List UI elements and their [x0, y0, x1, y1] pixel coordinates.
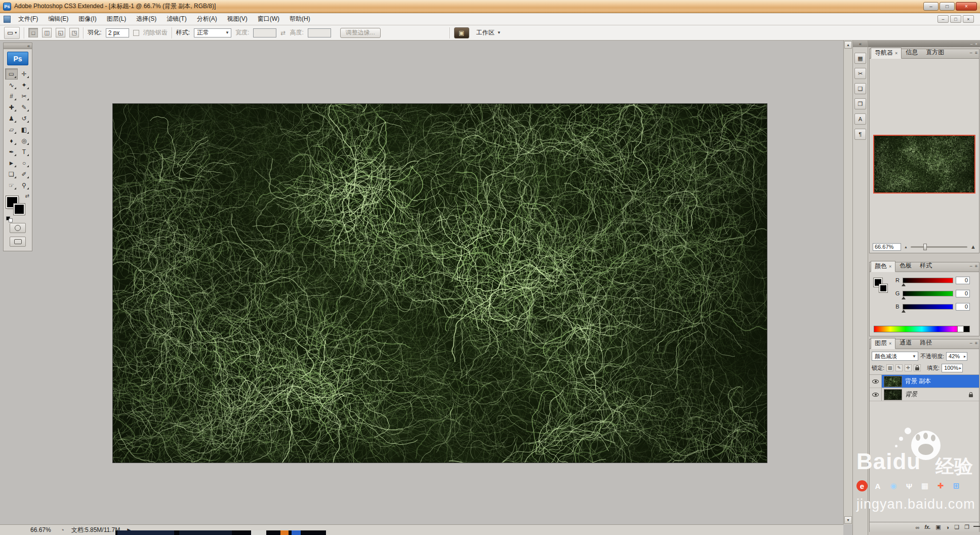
- layer-style-icon[interactable]: fx.: [925, 524, 931, 530]
- healing-brush-tool[interactable]: ✚: [5, 102, 18, 113]
- menu-view[interactable]: 视图(V): [222, 13, 253, 25]
- slider-thumb[interactable]: [902, 296, 906, 299]
- tab-paths[interactable]: 路径: [916, 337, 936, 349]
- go-to-bridge-button[interactable]: ▣: [454, 27, 469, 39]
- lock-all-icon[interactable]: [914, 364, 921, 371]
- scissors-icon[interactable]: ✂: [854, 68, 866, 79]
- notes-tool[interactable]: ❏: [5, 169, 18, 180]
- green-value-field[interactable]: 0: [956, 290, 970, 297]
- tab-histogram[interactable]: 直方图: [922, 47, 948, 58]
- path-selection-tool[interactable]: ►: [5, 158, 18, 169]
- slice-tool[interactable]: ✂: [18, 91, 30, 102]
- visibility-toggle[interactable]: [870, 388, 882, 401]
- lock-move-icon[interactable]: ✛: [905, 364, 912, 371]
- blur-tool[interactable]: ♦: [5, 135, 18, 146]
- lock-transparency-icon[interactable]: ▨: [886, 364, 893, 371]
- menu-edit[interactable]: 编辑(E): [43, 13, 73, 25]
- layer-mask-icon[interactable]: ▣: [935, 524, 941, 530]
- panel-menu-icon[interactable]: ≡: [975, 341, 977, 346]
- tab-close-icon[interactable]: ×: [895, 51, 897, 56]
- clone-stamp-tool[interactable]: ♟: [5, 113, 18, 124]
- screen-mode-button[interactable]: [10, 237, 26, 247]
- taskbar-item[interactable]: [280, 530, 289, 535]
- spin-arrow-icon[interactable]: ▸: [959, 366, 961, 370]
- swap-colors-icon[interactable]: ⇄: [25, 193, 29, 199]
- zoom-in-icon[interactable]: ▲: [970, 244, 976, 250]
- taskbar-item[interactable]: [251, 530, 266, 535]
- height-input[interactable]: [308, 28, 331, 37]
- panel-dock-header[interactable]: – ×: [868, 41, 980, 47]
- hand-tool[interactable]: ☞: [5, 180, 18, 191]
- panel-menu-icon[interactable]: ≡: [975, 51, 977, 55]
- layer-row-background[interactable]: 背景: [870, 388, 979, 401]
- add-selection-button[interactable]: ◫: [42, 28, 52, 37]
- tab-close-icon[interactable]: ×: [889, 264, 891, 269]
- layer-content[interactable]: 背景 副本: [882, 375, 979, 388]
- black-swatch[interactable]: [963, 326, 969, 332]
- layer-thumbnail[interactable]: [884, 389, 902, 400]
- navigator-proxy-view[interactable]: [873, 135, 975, 194]
- spin-arrow-icon[interactable]: ▸: [964, 354, 966, 359]
- pen-tool[interactable]: ✒: [5, 146, 18, 158]
- taskbar-item[interactable]: [179, 530, 232, 535]
- blend-mode-select[interactable]: 颜色减淡 ▼: [872, 352, 918, 361]
- opacity-field[interactable]: 42% ▸: [946, 352, 967, 361]
- panel-minimize-icon[interactable]: –: [970, 264, 972, 269]
- brush-tool[interactable]: ✎: [18, 102, 30, 113]
- tab-channels[interactable]: 通道: [895, 337, 916, 349]
- menu-select[interactable]: 选择(S): [131, 13, 161, 25]
- quick-selection-tool[interactable]: ✦: [18, 80, 30, 91]
- menu-file[interactable]: 文件(F): [13, 13, 43, 25]
- type-tool[interactable]: T: [18, 146, 30, 158]
- adjustment-layer-icon[interactable]: ◑: [946, 524, 950, 530]
- white-swatch[interactable]: [957, 326, 963, 332]
- taskbar-item[interactable]: [117, 530, 174, 535]
- fill-field[interactable]: 100% ▸: [942, 364, 963, 372]
- intersect-selection-button[interactable]: ◳: [69, 28, 79, 37]
- menu-help[interactable]: 帮助(H): [284, 13, 315, 25]
- menu-layer[interactable]: 图层(L): [102, 13, 132, 25]
- new-selection-button[interactable]: □: [28, 28, 38, 37]
- taskbar-item[interactable]: [292, 530, 301, 535]
- red-slider[interactable]: [903, 278, 953, 283]
- minimize-button[interactable]: –: [923, 2, 938, 11]
- layer-thumbnail[interactable]: [884, 376, 902, 387]
- panel-menu-icon[interactable]: ≡: [975, 264, 977, 269]
- close-button[interactable]: ×: [956, 2, 977, 11]
- scroll-down-icon[interactable]: ▼: [844, 516, 852, 524]
- tab-swatches[interactable]: 色板: [895, 260, 916, 272]
- scroll-up-icon[interactable]: ▲: [844, 41, 852, 49]
- document-minimize-button[interactable]: –: [937, 15, 949, 23]
- tool-preset-button[interactable]: ▭ ▾: [4, 27, 20, 39]
- refine-edge-button[interactable]: 调整边缘...: [340, 28, 381, 38]
- gradient-tool[interactable]: ◧: [18, 124, 30, 135]
- eraser-tool[interactable]: ▱: [5, 124, 18, 135]
- panel-minimize-icon[interactable]: –: [970, 341, 972, 346]
- tab-info[interactable]: 信息: [902, 47, 922, 58]
- layer-group-icon[interactable]: ❏: [954, 524, 959, 530]
- green-slider[interactable]: [903, 291, 953, 296]
- new-layer-icon[interactable]: ❐: [964, 524, 969, 530]
- rectangular-marquee-tool[interactable]: ▭: [5, 68, 18, 80]
- width-input[interactable]: [253, 28, 276, 37]
- history-brush-tool[interactable]: ↺: [18, 113, 30, 124]
- dock-close-icon[interactable]: ×: [975, 42, 977, 46]
- slider-thumb[interactable]: [902, 283, 906, 286]
- color-spectrum-ramp[interactable]: [874, 326, 970, 332]
- pages-icon[interactable]: ❏: [854, 83, 866, 94]
- paragraph-icon[interactable]: ¶: [854, 129, 866, 140]
- quick-mask-button[interactable]: [10, 223, 26, 233]
- document-canvas[interactable]: [113, 104, 767, 463]
- navigator-zoom-field[interactable]: 66.67%: [873, 243, 901, 251]
- eyedropper-tool[interactable]: ✐: [18, 169, 30, 180]
- antialias-checkbox[interactable]: [133, 30, 139, 36]
- blue-value-field[interactable]: 0: [956, 303, 970, 311]
- visibility-toggle[interactable]: [870, 375, 882, 388]
- tab-styles[interactable]: 样式: [916, 260, 936, 272]
- document-restore-button[interactable]: □: [950, 15, 961, 23]
- status-zoom-field[interactable]: 66.67%: [30, 526, 56, 533]
- layer-name[interactable]: 背景 副本: [905, 377, 931, 386]
- link-layers-icon[interactable]: ∞: [916, 524, 920, 530]
- vertical-scrollbar[interactable]: ▲ ▼: [843, 41, 852, 524]
- expand-dock-button[interactable]: «: [853, 41, 868, 47]
